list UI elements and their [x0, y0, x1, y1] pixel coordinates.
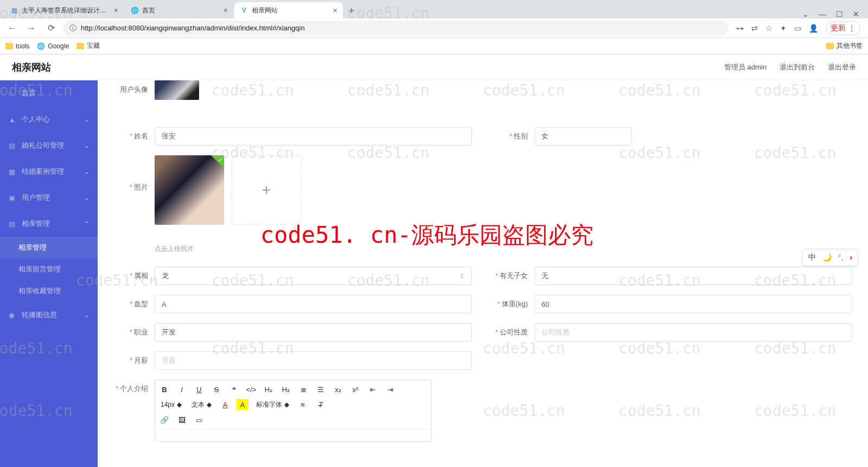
- gender-select[interactable]: 女: [534, 127, 632, 146]
- sidebar-sub-xiangqin-msg[interactable]: 相亲留言管理: [0, 258, 98, 280]
- browser-tab-2-active[interactable]: V 相亲网站 ×: [234, 2, 343, 18]
- weight-label: *体重(kg): [494, 295, 534, 309]
- bookmark-tools[interactable]: tools: [5, 42, 29, 50]
- home-icon: ⌂: [9, 90, 16, 97]
- subscript-icon[interactable]: x₂: [332, 384, 344, 395]
- tab-title: 首页: [142, 6, 220, 15]
- sidebar-item-home[interactable]: ⌂ 首页: [0, 80, 98, 106]
- moon-icon[interactable]: 🌙: [822, 253, 832, 262]
- sidebar-item-xiangqin[interactable]: ▤相亲管理 ⌃: [0, 211, 98, 237]
- unordered-list-icon[interactable]: ☰: [315, 384, 327, 395]
- window-minimize-icon[interactable]: —: [819, 10, 826, 18]
- main-content: 用户头像 *姓名 张安 *性别 女 *照片: [98, 80, 868, 467]
- translate-icon[interactable]: ⇄: [751, 24, 758, 33]
- folder-icon: [826, 43, 834, 49]
- font-family-select[interactable]: 标准字体 ◆: [254, 400, 291, 409]
- favicon-icon: V: [240, 6, 248, 15]
- strike-icon[interactable]: S: [210, 384, 222, 395]
- sidebar-item-user-mgmt[interactable]: ▣用户管理 ⌄: [0, 185, 98, 211]
- company-input[interactable]: 公司性质: [534, 323, 852, 342]
- ime-cn-button[interactable]: 中: [808, 253, 816, 262]
- children-label: *有无子女: [494, 267, 534, 281]
- intro-label: *个人介绍: [114, 380, 155, 394]
- video-icon[interactable]: ▭: [193, 414, 205, 425]
- app-header: 相亲网站 管理员 admin 退出到前台 退出登录: [0, 54, 868, 80]
- bold-icon[interactable]: B: [158, 384, 170, 395]
- h2-icon[interactable]: H₂: [280, 384, 292, 395]
- blood-select[interactable]: A: [155, 295, 472, 313]
- outdent-icon[interactable]: ⇥: [384, 384, 396, 395]
- bookmark-other[interactable]: 其他书签: [826, 41, 863, 51]
- sidebar-sub-xiangqin-fav[interactable]: 相亲收藏管理: [0, 280, 98, 302]
- h1-icon[interactable]: H₁: [263, 384, 275, 395]
- sidebar-item-wedding-case[interactable]: ▦结婚案例管理 ⌄: [0, 159, 98, 185]
- browser-tab-0[interactable]: ▦ 太平人寿签章系统详细设计文档 ×: [4, 2, 124, 18]
- align-icon[interactable]: ≡: [297, 399, 309, 410]
- job-label: *职业: [114, 323, 155, 337]
- editor-toolbar: B I U S ❝ </> H₁ H₂ ≣ ☰: [155, 380, 431, 430]
- photo-add-button[interactable]: +: [232, 155, 301, 225]
- reload-button[interactable]: ⟳: [43, 21, 59, 36]
- window-maximize-icon[interactable]: ☐: [836, 10, 843, 18]
- tab-close-icon[interactable]: ×: [224, 6, 228, 15]
- bg-color-icon[interactable]: A: [237, 399, 248, 410]
- update-button[interactable]: 更新⋮: [826, 21, 860, 35]
- avatar-thumbnail[interactable]: [155, 80, 199, 100]
- logout-button[interactable]: 退出登录: [828, 62, 856, 72]
- sidebar-item-carousel[interactable]: ◉轮播图信息 ⌄: [0, 302, 98, 328]
- bookmark-treasure[interactable]: 宝藏: [76, 41, 100, 51]
- exit-to-front-button[interactable]: 退出到前台: [780, 62, 815, 72]
- link-icon[interactable]: 🔗: [158, 414, 170, 425]
- tab-title: 太平人寿签章系统详细设计文档: [22, 6, 111, 15]
- site-info-icon[interactable]: ⓘ: [69, 23, 76, 33]
- sidebar-sub-xiangqin-mgmt[interactable]: 相亲管理: [0, 237, 98, 258]
- image-icon[interactable]: 🖼: [176, 414, 188, 425]
- font-size-select[interactable]: 14px ◆: [158, 401, 184, 408]
- admin-label[interactable]: 管理员 admin: [724, 62, 767, 72]
- back-button[interactable]: ←: [4, 21, 20, 36]
- editor-content[interactable]: [155, 430, 431, 441]
- company-icon: ▤: [9, 142, 16, 149]
- forward-button[interactable]: →: [24, 21, 39, 36]
- code-icon[interactable]: </>: [245, 384, 257, 395]
- chevron-right-icon[interactable]: ›: [850, 253, 852, 262]
- italic-icon[interactable]: I: [176, 384, 188, 395]
- photo-label: *照片: [114, 155, 155, 192]
- children-select[interactable]: 无: [534, 267, 852, 285]
- tab-close-icon[interactable]: ×: [114, 6, 118, 15]
- company-label: *公司性质: [494, 323, 534, 337]
- ime-floating-toolbar[interactable]: 中 🌙 °, ›: [802, 249, 858, 266]
- ordered-list-icon[interactable]: ≣: [297, 384, 309, 395]
- underline-icon[interactable]: U: [193, 384, 205, 395]
- sidebar-item-personal[interactable]: ▲个人中心 ⌄: [0, 106, 98, 132]
- clear-format-icon[interactable]: T̶: [314, 399, 326, 410]
- symbol-icon[interactable]: °,: [838, 253, 844, 262]
- browser-tab-strip: ▦ 太平人寿签章系统详细设计文档 × 🌐 首页 × V 相亲网站 × + ⌄ —…: [0, 0, 868, 18]
- font-color-icon[interactable]: A: [219, 399, 231, 410]
- bookmark-bar: tools 🌐Google 宝藏 其他书签: [0, 38, 868, 54]
- bookmark-star-icon[interactable]: ☆: [765, 24, 773, 33]
- indent-icon[interactable]: ⇤: [367, 384, 379, 395]
- tab-close-icon[interactable]: ×: [333, 6, 337, 15]
- superscript-icon[interactable]: x²: [349, 384, 361, 395]
- window-dropdown-icon[interactable]: ⌄: [802, 10, 809, 18]
- profile-icon[interactable]: 👤: [809, 24, 818, 33]
- window-close-icon[interactable]: ✕: [853, 10, 859, 18]
- weight-input[interactable]: 60: [534, 295, 852, 313]
- sidebar-item-wedding-company[interactable]: ▤婚礼公司管理 ⌄: [0, 132, 98, 159]
- new-tab-button[interactable]: +: [344, 3, 359, 18]
- job-input[interactable]: 开发: [155, 323, 472, 342]
- photo-thumbnail[interactable]: [155, 155, 224, 225]
- quote-icon[interactable]: ❝: [228, 384, 240, 395]
- bookmark-google[interactable]: 🌐Google: [37, 42, 69, 50]
- font-type-select[interactable]: 文本 ◆: [189, 400, 214, 409]
- salary-input[interactable]: 月薪: [155, 351, 472, 370]
- user-icon: ▲: [9, 116, 16, 123]
- browser-tab-1[interactable]: 🌐 首页 ×: [125, 2, 233, 18]
- password-icon[interactable]: ⊶: [736, 24, 744, 33]
- extensions-icon[interactable]: ✦: [780, 24, 787, 33]
- zodiac-select[interactable]: 龙⇕: [155, 267, 472, 285]
- reading-list-icon[interactable]: ▭: [794, 24, 801, 33]
- name-input[interactable]: 张安: [155, 127, 472, 146]
- url-input[interactable]: ⓘ http://localhost:8080/xiangqinwangzhan…: [63, 21, 729, 36]
